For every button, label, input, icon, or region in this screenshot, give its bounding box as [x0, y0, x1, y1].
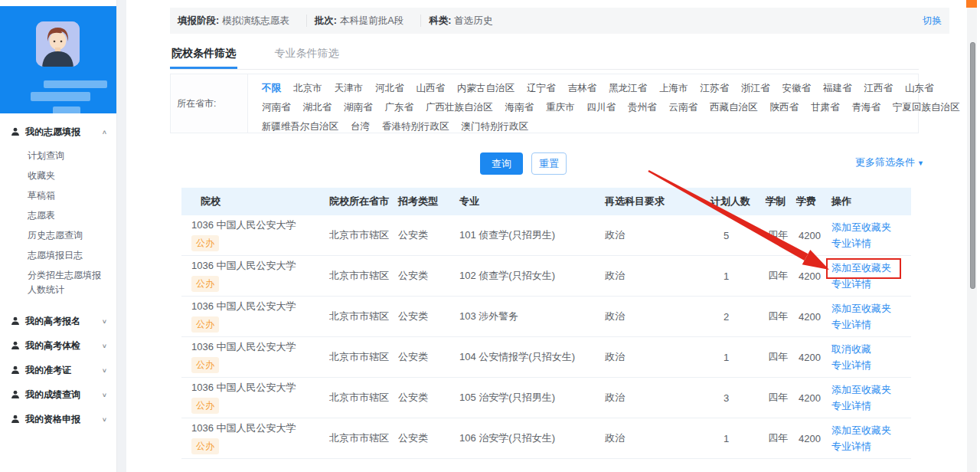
province-option[interactable]: 澳门特别行政区: [462, 121, 529, 132]
major-detail-link[interactable]: 专业详情: [831, 398, 871, 414]
province-option[interactable]: 广东省: [385, 102, 414, 113]
province-option[interactable]: 北京市: [293, 83, 322, 93]
scrollbar-thumb[interactable]: [970, 42, 975, 289]
province-option[interactable]: 山东省: [905, 83, 934, 93]
school-name: 1036 中国人民公安大学: [191, 341, 325, 353]
chevron-down-icon: ∨: [102, 367, 107, 374]
duration-cell: 四年: [762, 256, 792, 297]
major-detail-link[interactable]: 专业详情: [831, 357, 871, 373]
plan-count-cell: [707, 459, 762, 472]
actions-cell: 添加至收藏夹专业详情: [828, 215, 911, 256]
column-header: 专业: [456, 188, 601, 215]
sidebar-item[interactable]: 分类招生志愿填报人数统计: [0, 265, 116, 300]
province-option[interactable]: 四川省: [587, 102, 616, 113]
province-option[interactable]: 江西省: [864, 83, 893, 93]
filter-tabs: 院校条件筛选 专业条件筛选: [170, 46, 919, 70]
sidebar-group[interactable]: 我的高考体检∨: [0, 333, 116, 358]
province-option[interactable]: 辽宁省: [527, 83, 556, 93]
province-option[interactable]: 河北省: [375, 83, 404, 93]
add-to-favorites-link[interactable]: 添加至收藏夹: [831, 382, 891, 398]
major-cell: 102 侦查学(只招女生): [456, 256, 601, 297]
sidebar-item[interactable]: 历史志愿查询: [0, 225, 116, 245]
more-filters-link[interactable]: 更多筛选条件▼: [850, 156, 924, 169]
caret-down-icon: ▼: [917, 159, 924, 167]
province-option[interactable]: 福建省: [823, 83, 852, 93]
province-option[interactable]: 河南省: [262, 102, 291, 113]
major-detail-link[interactable]: 专业详情: [831, 235, 871, 251]
province-option[interactable]: 云南省: [669, 102, 698, 113]
sidebar-item[interactable]: 收藏夹: [0, 166, 116, 185]
major-cell: 104 公安情报学(只招女生): [456, 337, 601, 378]
province-option[interactable]: 江苏省: [701, 83, 730, 93]
province-option[interactable]: 湖北省: [303, 102, 332, 113]
province-option[interactable]: 不限: [262, 83, 281, 93]
user-icon: [11, 341, 20, 350]
sidebar-item[interactable]: 志愿表: [0, 205, 116, 225]
add-to-favorites-link[interactable]: 添加至收藏夹: [831, 422, 891, 438]
province-option[interactable]: 甘肃省: [811, 102, 840, 113]
province-option[interactable]: 山西省: [416, 83, 446, 93]
sidebar-item[interactable]: 草稿箱: [0, 185, 116, 205]
province-option[interactable]: 广西壮族自治区: [426, 102, 493, 113]
province-option[interactable]: 陕西省: [770, 102, 799, 113]
category-cell: [394, 459, 456, 472]
province-option[interactable]: 湖南省: [344, 102, 373, 113]
more-filters-label: 更多筛选条件: [855, 156, 915, 168]
table-row: 1036 中国人民公安大学公办北京市市辖区公安类101 侦查学(只招男生)政治5…: [181, 215, 911, 256]
province-option[interactable]: 安徽省: [782, 83, 812, 93]
province-option[interactable]: 西藏自治区: [710, 102, 758, 113]
major-detail-link[interactable]: 专业详情: [831, 316, 871, 333]
school-cell: 1036 中国人民公安大学公办: [181, 418, 325, 459]
sidebar-group[interactable]: 我的资格申报∨: [0, 407, 116, 431]
table-header-row: 院校院校所在省市招考类型专业再选科目要求计划人数学制学费操作: [181, 188, 911, 215]
plan-table: 院校院校所在省市招考类型专业再选科目要求计划人数学制学费操作 1036 中国人民…: [181, 188, 911, 472]
major-detail-link[interactable]: 专业详情: [831, 438, 871, 454]
province-option[interactable]: 内蒙古自治区: [457, 83, 514, 93]
province-option[interactable]: 浙江省: [741, 83, 770, 93]
add-to-favorites-link[interactable]: 添加至收藏夹: [831, 300, 891, 316]
switch-link[interactable]: 切换: [923, 15, 949, 28]
duration-cell: [762, 459, 792, 472]
reset-button[interactable]: 重置: [531, 152, 567, 175]
duration-cell: 四年: [762, 297, 792, 337]
query-button[interactable]: 查询: [480, 152, 523, 175]
sidebar-group[interactable]: 我的高考报名∨: [0, 309, 116, 333]
sidebar-group[interactable]: 我的准考证∨: [0, 358, 116, 382]
user-icon: [11, 415, 20, 424]
column-header: 再选科目要求: [601, 188, 707, 215]
plan-count-cell: 2: [707, 297, 762, 337]
remove-favorite-link[interactable]: 取消收藏: [831, 341, 871, 357]
city-cell: 北京市市辖区: [325, 256, 394, 297]
province-option[interactable]: 吉林省: [568, 83, 597, 93]
province-option[interactable]: 新疆维吾尔自治区: [262, 121, 338, 132]
sidebar-item[interactable]: 计划查询: [0, 146, 116, 166]
province-option[interactable]: 海南省: [505, 102, 534, 113]
tab-major-filter[interactable]: 专业条件筛选: [273, 47, 340, 67]
column-header: 学费: [792, 188, 828, 215]
province-option[interactable]: 上海市: [659, 83, 688, 93]
school-cell: 1036 中国人民公安大学公办: [181, 337, 325, 378]
province-option[interactable]: 黑龙江省: [609, 83, 647, 93]
add-to-favorites-link[interactable]: 添加至收藏夹: [831, 260, 891, 276]
sidebar-menu: 我的志愿填报 ∧ 计划查询收藏夹草稿箱志愿表历史志愿查询志愿填报日志分类招生志愿…: [0, 123, 116, 431]
province-option[interactable]: 青海省: [852, 102, 881, 113]
province-option[interactable]: 天津市: [335, 83, 364, 93]
province-option[interactable]: 香港特别行政区: [382, 121, 449, 132]
province-option[interactable]: 重庆市: [546, 102, 575, 113]
stage-label: 填报阶段:: [178, 15, 219, 28]
tab-college-filter[interactable]: 院校条件筛选: [170, 47, 237, 69]
major-detail-link[interactable]: 专业详情: [831, 276, 871, 292]
sidebar-group-volunteer[interactable]: 我的志愿填报 ∧: [0, 123, 116, 141]
sidebar-item[interactable]: 志愿填报日志: [0, 245, 116, 265]
category-cell: 公安类: [394, 256, 456, 297]
province-option[interactable]: 贵州省: [628, 102, 657, 113]
school-cell: 1036 中国人民公安大学: [181, 459, 325, 472]
table-row: 1036 中国人民公安大学公办北京市市辖区公安类105 治安学(只招男生)政治3…: [181, 378, 911, 418]
province-option[interactable]: 台湾: [351, 121, 370, 132]
school-name: 1036 中国人民公安大学: [191, 260, 325, 272]
user-icon: [11, 127, 20, 136]
province-option[interactable]: 宁夏回族自治区: [893, 102, 960, 113]
add-to-favorites-link[interactable]: 添加至收藏夹: [831, 219, 891, 235]
stage-info-bar: 填报阶段: 模拟演练志愿表 批次: 本科提前批A段 科类: 首选历史 切换: [170, 8, 949, 34]
sidebar-group[interactable]: 我的成绩查询∨: [0, 382, 116, 407]
